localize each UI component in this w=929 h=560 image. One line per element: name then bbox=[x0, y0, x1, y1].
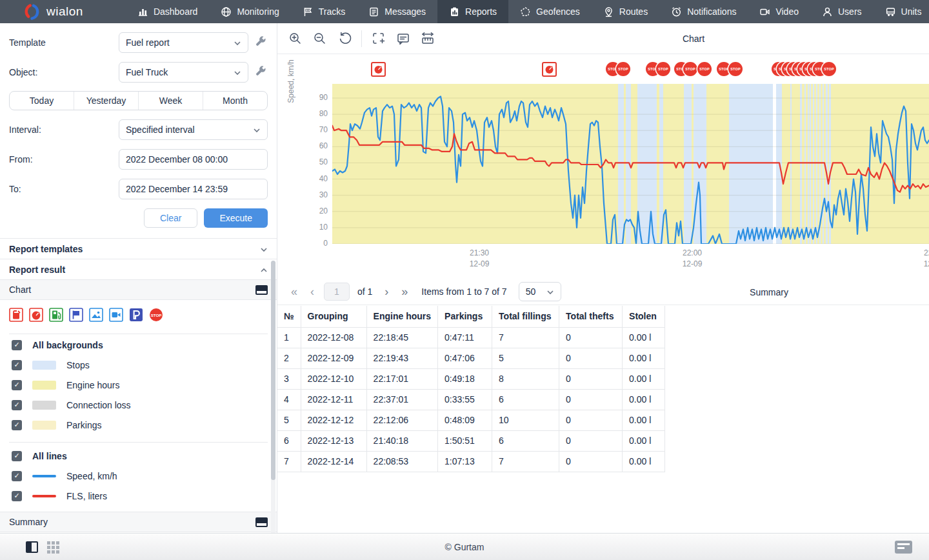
summary-column-header: Stolen bbox=[623, 306, 665, 327]
table-row[interactable]: 12022-12-0822:18:450:47:11700.00 l bbox=[277, 327, 665, 348]
background-toggle-parkings: ✓Parkings bbox=[0, 415, 277, 434]
last-page-button[interactable]: » bbox=[398, 285, 411, 299]
line-toggle-fls-liters: ✓FLS, liters bbox=[0, 486, 277, 505]
checkbox-checked[interactable]: ✓ bbox=[12, 420, 22, 430]
ruler-icon[interactable] bbox=[420, 31, 435, 46]
summary-table-title: Summary bbox=[740, 279, 798, 305]
table-cell: 22:12:06 bbox=[366, 410, 437, 430]
flag-icon[interactable] bbox=[69, 308, 83, 322]
checkbox-checked[interactable]: ✓ bbox=[12, 451, 22, 461]
to-date-input[interactable]: 2022 December 14 23:59 bbox=[119, 179, 268, 199]
image-icon[interactable] bbox=[89, 308, 103, 322]
panel-layout-icon[interactable] bbox=[255, 517, 268, 527]
stop-marker-icon[interactable]: STOP bbox=[697, 62, 712, 76]
speeding-marker-icon[interactable] bbox=[542, 62, 557, 77]
nav-item-tracks[interactable]: Tracks bbox=[291, 0, 357, 23]
nav-item-messages[interactable]: Messages bbox=[357, 0, 437, 23]
page-size-select[interactable]: 50 bbox=[519, 282, 561, 301]
panel-layout-icon[interactable] bbox=[255, 285, 268, 295]
clear-button[interactable]: Clear bbox=[144, 208, 197, 228]
sidebar-scrollbar[interactable] bbox=[271, 261, 275, 552]
y-tick-label: 40 bbox=[302, 174, 328, 183]
stop-marker-icon[interactable]: STOP bbox=[683, 62, 697, 76]
table-row[interactable]: 42022-12-1122:37:010:33:55600.00 l bbox=[277, 389, 665, 410]
nav-item-monitoring[interactable]: Monitoring bbox=[209, 0, 290, 23]
line-toggles: ✓All lines✓Speed, km/h✓FLS, liters bbox=[0, 446, 277, 505]
checkbox-checked[interactable]: ✓ bbox=[12, 400, 22, 410]
chart-section-row[interactable]: Chart bbox=[0, 279, 277, 300]
nav-item-notifications[interactable]: Notifications bbox=[659, 0, 748, 23]
stop-marker-icon[interactable]: STOP bbox=[656, 62, 670, 76]
from-date-input[interactable]: 2022 December 08 00:00 bbox=[119, 149, 268, 170]
table-cell: 7 bbox=[492, 451, 559, 472]
stop-icon[interactable]: STOP bbox=[149, 308, 163, 322]
tooltip-icon[interactable] bbox=[395, 31, 411, 46]
nav-item-units[interactable]: Units bbox=[874, 0, 929, 23]
checkbox-checked[interactable]: ✓ bbox=[12, 491, 22, 501]
table-cell: 6 bbox=[492, 389, 559, 410]
checkbox-checked[interactable]: ✓ bbox=[12, 340, 22, 350]
parking-icon[interactable] bbox=[129, 308, 143, 322]
nav-item-label: Monitoring bbox=[237, 6, 279, 17]
table-row[interactable]: 52022-12-1222:12:060:48:091000.00 l bbox=[277, 410, 665, 430]
interval-select[interactable]: Specified interval bbox=[119, 119, 268, 140]
period-button-week[interactable]: Week bbox=[138, 92, 203, 110]
brand-name: wialon bbox=[46, 5, 83, 19]
nav-item-video[interactable]: Video bbox=[748, 0, 810, 23]
log-panel-icon[interactable] bbox=[895, 541, 912, 554]
footer: © Gurtam bbox=[0, 533, 929, 560]
page-number-input[interactable]: 1 bbox=[324, 283, 350, 301]
fuel-station-icon[interactable] bbox=[49, 308, 63, 322]
zoom-out-icon[interactable] bbox=[312, 31, 328, 46]
stop-marker-icon[interactable]: STOP bbox=[616, 62, 630, 76]
nav-item-users[interactable]: Users bbox=[810, 0, 874, 23]
nav-item-geofences[interactable]: Geofences bbox=[508, 0, 592, 23]
execute-button[interactable]: Execute bbox=[204, 208, 268, 228]
report-templates-section[interactable]: Report templates bbox=[0, 238, 277, 259]
prev-page-button[interactable]: ‹ bbox=[306, 285, 319, 299]
speeding-icon[interactable] bbox=[29, 308, 43, 322]
nav-item-label: Geofences bbox=[536, 6, 580, 17]
table-row[interactable]: 22022-12-0922:19:430:47:06500.00 l bbox=[277, 348, 665, 368]
video-camera-icon[interactable] bbox=[109, 308, 123, 322]
fuel-can-icon[interactable] bbox=[9, 308, 23, 322]
table-row[interactable]: 62022-12-1321:40:181:50:51600.00 l bbox=[277, 430, 665, 451]
checkbox-checked[interactable]: ✓ bbox=[12, 380, 22, 390]
nav-item-reports[interactable]: Reports bbox=[437, 0, 508, 23]
nav-item-dashboard[interactable]: Dashboard bbox=[126, 0, 210, 23]
y-tick-label: 20 bbox=[302, 206, 328, 215]
checkbox-checked[interactable]: ✓ bbox=[12, 471, 22, 481]
next-page-button[interactable]: › bbox=[380, 285, 393, 299]
chevron-down-icon bbox=[546, 288, 554, 295]
chart-title: Chart bbox=[664, 23, 723, 54]
reset-zoom-icon[interactable] bbox=[337, 31, 352, 46]
checkbox-label: Stops bbox=[66, 360, 90, 370]
speeding-marker-icon[interactable] bbox=[371, 62, 386, 77]
object-select[interactable]: Fuel Truck bbox=[119, 62, 248, 83]
summary-section-row[interactable]: Summary bbox=[0, 512, 277, 532]
nav-item-routes[interactable]: Routes bbox=[592, 0, 659, 23]
period-button-today[interactable]: Today bbox=[10, 92, 74, 110]
period-button-month[interactable]: Month bbox=[203, 92, 267, 110]
first-page-button[interactable]: « bbox=[288, 285, 301, 299]
chart-plot-area[interactable] bbox=[332, 84, 929, 244]
object-label: Object: bbox=[9, 67, 119, 77]
table-cell: 6 bbox=[492, 430, 559, 451]
table-cell: 22:37:01 bbox=[366, 389, 437, 410]
table-cell: 2022-12-11 bbox=[301, 389, 366, 410]
stop-marker-icon[interactable]: STOP bbox=[822, 62, 836, 76]
brand[interactable]: wialon bbox=[25, 0, 83, 23]
chevron-down-icon bbox=[234, 68, 241, 76]
stop-marker-icon[interactable]: STOP bbox=[728, 62, 743, 76]
period-button-yesterday[interactable]: Yesterday bbox=[74, 92, 138, 110]
template-select[interactable]: Fuel report bbox=[119, 32, 248, 53]
table-row[interactable]: 32022-12-1022:17:010:49:18800.00 l bbox=[277, 368, 665, 389]
select-area-icon[interactable] bbox=[371, 31, 386, 46]
checkbox-checked[interactable]: ✓ bbox=[12, 360, 22, 370]
table-row[interactable]: 72022-12-1422:08:531:07:13700.00 l bbox=[277, 451, 665, 472]
y-axis-label: Speed, km/h bbox=[286, 17, 295, 146]
report-result-section[interactable]: Report result bbox=[0, 259, 277, 279]
report-templates-label: Report templates bbox=[9, 244, 83, 254]
template-settings-wrench-icon[interactable] bbox=[255, 36, 268, 49]
object-settings-wrench-icon[interactable] bbox=[255, 66, 268, 79]
